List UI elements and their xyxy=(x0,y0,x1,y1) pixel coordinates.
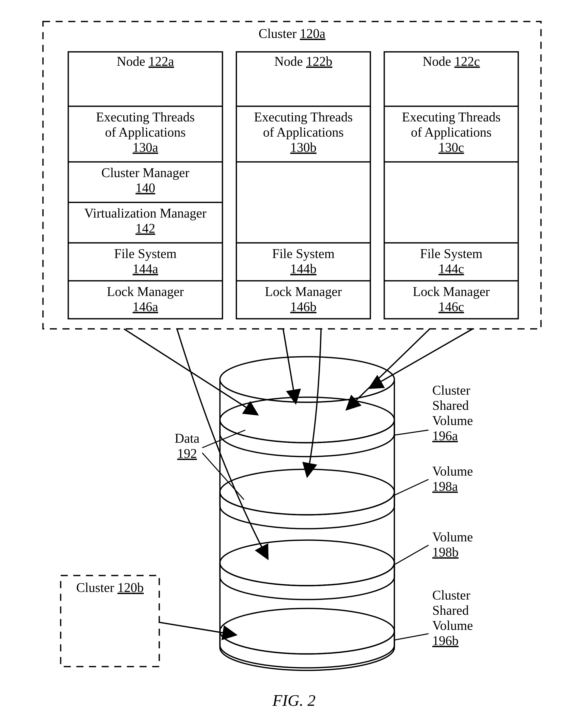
data-label: Data xyxy=(175,431,200,445)
svg-line-58 xyxy=(393,479,428,496)
vol-b-label: Volume 198b xyxy=(393,530,473,565)
svg-text:198b: 198b xyxy=(432,545,459,559)
node-b: Node 122b Executing Threads of Applicati… xyxy=(236,52,370,319)
svg-text:Cluster: Cluster xyxy=(432,383,470,397)
svg-rect-33 xyxy=(384,52,518,319)
svg-text:140: 140 xyxy=(135,181,155,195)
svg-text:Volume: Volume xyxy=(432,464,473,478)
svg-text:Lock Manager: Lock Manager xyxy=(265,284,342,299)
svg-point-46 xyxy=(220,357,394,402)
svg-text:142: 142 xyxy=(135,221,155,236)
figure-label: FIG. 2 xyxy=(272,691,316,709)
csv-a-label: Cluster Shared Volume 196a xyxy=(394,383,473,443)
svg-text:146b: 146b xyxy=(290,300,316,314)
cluster-a-label: Cluster 120a xyxy=(259,26,326,41)
svg-text:196a: 196a xyxy=(432,428,458,443)
svg-text:Node 122a: Node 122a xyxy=(117,54,174,68)
svg-text:File System: File System xyxy=(420,246,482,261)
svg-text:130a: 130a xyxy=(132,140,158,155)
svg-rect-20 xyxy=(236,52,370,319)
svg-line-55 xyxy=(394,430,428,435)
svg-text:of Applications: of Applications xyxy=(105,125,186,139)
svg-text:Volume: Volume xyxy=(432,413,473,428)
svg-text:Executing Threads: Executing Threads xyxy=(96,110,195,124)
svg-text:130b: 130b xyxy=(290,140,316,155)
svg-text:Lock Manager: Lock Manager xyxy=(107,284,184,299)
vol-a-label: Volume 198a xyxy=(393,464,473,496)
csv-b-label: Cluster Shared Volume 196b xyxy=(394,588,473,648)
node-c: Node 122c Executing Threads of Applicati… xyxy=(384,52,518,319)
svg-text:Executing Threads: Executing Threads xyxy=(254,110,353,124)
svg-text:198a: 198a xyxy=(432,479,458,494)
svg-text:146c: 146c xyxy=(438,300,464,314)
node-a: Node 122a Executing Threads of Applicati… xyxy=(68,52,223,319)
svg-text:144b: 144b xyxy=(290,262,316,276)
svg-text:196b: 196b xyxy=(432,634,459,648)
data-ref: 192 xyxy=(177,446,197,461)
svg-text:Executing Threads: Executing Threads xyxy=(402,110,501,124)
svg-line-61 xyxy=(393,545,428,565)
svg-text:144c: 144c xyxy=(438,262,464,276)
svg-text:Virtualization Manager: Virtualization Manager xyxy=(84,206,206,220)
svg-text:146a: 146a xyxy=(132,300,158,314)
svg-text:Shared: Shared xyxy=(432,603,469,618)
svg-text:Volume: Volume xyxy=(432,618,473,633)
svg-text:Node 122c: Node 122c xyxy=(423,54,480,68)
svg-text:Volume: Volume xyxy=(432,530,473,544)
cluster-b-label: Cluster 120b xyxy=(76,580,144,595)
svg-text:144a: 144a xyxy=(132,262,158,276)
svg-text:130c: 130c xyxy=(438,140,464,155)
svg-text:Shared: Shared xyxy=(432,398,469,413)
svg-text:of Applications: of Applications xyxy=(411,125,491,139)
svg-text:Lock Manager: Lock Manager xyxy=(413,284,490,299)
svg-text:File System: File System xyxy=(114,246,176,261)
svg-text:Node 122b: Node 122b xyxy=(274,54,332,68)
svg-text:File System: File System xyxy=(272,246,334,261)
svg-text:of Applications: of Applications xyxy=(263,125,343,139)
svg-text:Cluster: Cluster xyxy=(432,588,470,602)
svg-line-66 xyxy=(394,634,428,640)
svg-text:Cluster Manager: Cluster Manager xyxy=(101,165,189,180)
